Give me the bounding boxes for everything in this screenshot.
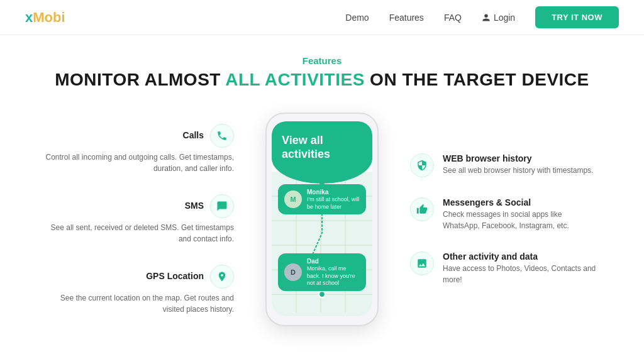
gps-header: GPS Location xyxy=(146,265,234,289)
title-highlight: ALL ACTIVITIES xyxy=(225,70,365,89)
dad-chat-text: Dad Monika, call me back. I know you're … xyxy=(307,257,360,287)
sms-icon-circle xyxy=(210,194,234,218)
features-section: Calls Control all incoming and outgoing … xyxy=(0,113,644,345)
web-text: WEB browser history See all web browser … xyxy=(443,153,593,176)
gps-text-block: GPS Location xyxy=(146,271,204,282)
feature-messengers: Messengers & Social Check messages in so… xyxy=(410,197,599,231)
header: xMobi Demo Features FAQ Login TRY IT NOW xyxy=(0,0,644,35)
messengers-desc: Check messages in social apps like Whats… xyxy=(443,209,599,231)
feature-other: Other activity and data Have access to P… xyxy=(410,251,599,285)
main-nav: Demo Features FAQ Login TRY IT NOW xyxy=(345,6,619,28)
feature-sms: SMS See all sent, received or deleted SM… xyxy=(45,194,234,245)
messengers-icon-circle xyxy=(410,197,434,221)
chat-bubble-dad: D Dad Monika, call me back. I know you'r… xyxy=(278,253,366,291)
other-text: Other activity and data Have access to P… xyxy=(443,251,599,285)
phone-green-header: View all activities xyxy=(272,121,372,184)
sms-text-block: SMS xyxy=(185,201,204,212)
section-title: MONITOR ALMOST ALL ACTIVITIES ON THE TAR… xyxy=(0,70,644,90)
phone-icon xyxy=(216,130,228,141)
nav-faq[interactable]: FAQ xyxy=(444,13,462,23)
section-label: Features xyxy=(0,55,644,66)
chat-icon xyxy=(216,201,228,212)
sms-desc: See all sent, received or deleted SMS. G… xyxy=(45,222,234,245)
logo-x: x xyxy=(25,9,33,25)
dad-avatar: D xyxy=(284,263,302,281)
messengers-title: Messengers & Social xyxy=(443,197,599,207)
logo: xMobi xyxy=(25,9,65,26)
feature-gps: GPS Location See the current location on… xyxy=(45,265,234,315)
phone-mockup: View all activities xyxy=(253,113,391,326)
messengers-text: Messengers & Social Check messages in so… xyxy=(443,197,599,231)
calls-icon-circle xyxy=(210,124,234,148)
gps-desc: See the current location on the map. Get… xyxy=(45,292,234,315)
feature-calls: Calls Control all incoming and outgoing … xyxy=(45,124,234,174)
calls-title: Calls xyxy=(183,130,204,140)
nav-demo[interactable]: Demo xyxy=(345,13,369,23)
other-icon-circle xyxy=(410,251,434,275)
gps-icon-circle xyxy=(210,265,234,289)
logo-mobi: Mobi xyxy=(33,9,65,25)
thumbs-up-icon xyxy=(416,204,428,215)
phone-screen: View all activities xyxy=(272,121,372,316)
try-it-now-button[interactable]: TRY IT NOW xyxy=(535,6,619,28)
nav-features[interactable]: Features xyxy=(389,13,424,23)
web-title: WEB browser history xyxy=(443,153,593,163)
svg-point-9 xyxy=(319,291,325,297)
chat-bubble-monika: M Monika I'm still at school, will be ho… xyxy=(278,184,366,214)
web-desc: See all web browser history with timesta… xyxy=(443,165,593,176)
sms-header: SMS xyxy=(185,194,234,218)
image-icon xyxy=(416,258,428,269)
sms-title: SMS xyxy=(185,201,204,211)
features-right: WEB browser history See all web browser … xyxy=(410,153,599,285)
features-left: Calls Control all incoming and outgoing … xyxy=(45,124,234,315)
shield-icon xyxy=(416,160,428,171)
other-title: Other activity and data xyxy=(443,251,599,262)
calls-desc: Control all incoming and outgoing calls.… xyxy=(45,152,234,174)
monika-chat-text: Monika I'm still at school, will be home… xyxy=(307,188,360,211)
pin-icon xyxy=(216,271,228,282)
calls-text-block: Calls xyxy=(183,130,204,141)
title-part1: MONITOR ALMOST xyxy=(55,70,225,89)
web-icon-circle xyxy=(410,153,434,177)
phone-frame: View all activities xyxy=(265,113,379,326)
gps-title: GPS Location xyxy=(146,271,204,281)
feature-web: WEB browser history See all web browser … xyxy=(410,153,599,177)
calls-header: Calls xyxy=(183,124,234,148)
other-desc: Have access to Photos, Videos, Contacts … xyxy=(443,263,599,285)
nav-login[interactable]: Login xyxy=(482,13,515,23)
person-icon xyxy=(482,13,491,22)
monika-avatar: M xyxy=(284,190,302,208)
title-part2: ON THE TARGET DEVICE xyxy=(365,70,589,89)
